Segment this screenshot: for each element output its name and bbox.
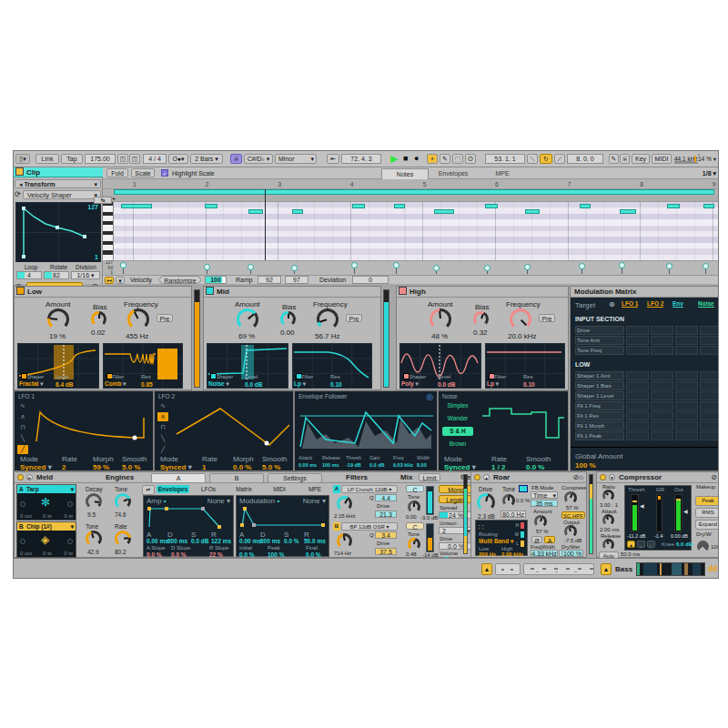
bias-value[interactable]: 0.00 bbox=[280, 329, 295, 337]
fb-ab-button[interactable]: A bbox=[544, 536, 555, 543]
matrix-cell[interactable] bbox=[626, 326, 649, 335]
key-column[interactable] bbox=[103, 202, 114, 260]
gr-value[interactable]: -1.4 bbox=[654, 533, 662, 539]
mod-final-value[interactable]: 0.0 % bbox=[306, 551, 321, 558]
velocity-marker[interactable] bbox=[524, 264, 531, 270]
velocity-marker[interactable] bbox=[393, 262, 399, 268]
play-button[interactable]: ▶ bbox=[390, 153, 398, 165]
window-toggle-button[interactable]: ▯▾ bbox=[15, 154, 30, 164]
filter-a-freq-value[interactable]: 2.15 kHz bbox=[334, 513, 356, 519]
unison-menu[interactable]: 2▾ bbox=[439, 527, 473, 534]
matrix-row-label[interactable]: Shaper 1 Bias bbox=[575, 381, 624, 390]
nudge-up-button[interactable]: ◫ bbox=[129, 154, 140, 164]
velocity-marker[interactable] bbox=[579, 263, 585, 269]
scale-button[interactable]: Scale bbox=[131, 168, 155, 177]
out-value[interactable]: 0.00 dB bbox=[671, 533, 688, 539]
env-field-value[interactable]: 9.03 kHz bbox=[393, 462, 413, 468]
matrix-cell[interactable] bbox=[700, 401, 719, 410]
scale-root-menu[interactable]: C#/D♭ ▾ bbox=[244, 154, 273, 164]
frequency-knob[interactable] bbox=[317, 308, 339, 330]
output-knob[interactable] bbox=[564, 525, 577, 538]
engine-a-mod-dot-left[interactable] bbox=[20, 501, 25, 507]
matrix-source-noise[interactable]: Noise bbox=[698, 300, 714, 308]
rotate-field[interactable]: 82 bbox=[44, 271, 69, 279]
amount-knob[interactable] bbox=[430, 308, 451, 330]
spread-field[interactable]: 24 % bbox=[439, 511, 473, 519]
mix-a-level-slider[interactable] bbox=[426, 486, 434, 515]
lfo-wave-icon-4[interactable]: ╱ bbox=[17, 445, 28, 454]
scale-keyboard-icon[interactable]: ⌸ bbox=[230, 154, 242, 164]
shaper-graph[interactable]: ShaperLevelFractal ▾6.4 dB bbox=[17, 343, 99, 389]
comp-expand-button[interactable]: Expand bbox=[695, 520, 719, 530]
mix-b-tone-value[interactable]: 0.48 bbox=[406, 551, 417, 557]
mix-a-tone-value[interactable]: 0.00 bbox=[406, 514, 417, 520]
velocity-marker[interactable] bbox=[291, 265, 298, 271]
ramp-end-field[interactable]: 97 bbox=[285, 276, 308, 284]
lfo1-morph-value[interactable]: 59 % bbox=[93, 463, 109, 471]
engine-a-st2[interactable]: 0 st bbox=[64, 513, 73, 519]
release-knob[interactable] bbox=[602, 539, 614, 551]
fold-button[interactable]: Fold bbox=[106, 168, 128, 177]
velocity-marker[interactable] bbox=[120, 262, 126, 268]
randomize-amount-field[interactable]: 100 bbox=[205, 276, 227, 284]
matrix-source-env[interactable]: Env bbox=[672, 300, 683, 308]
global-amount-value[interactable]: 100 % bbox=[575, 461, 596, 470]
filter-a-type-menu[interactable]: LP Crunch 12dB ▾ bbox=[341, 485, 398, 493]
cpu-value[interactable]: 14 % ▾ bbox=[698, 156, 716, 163]
engine-a-st1[interactable]: 0 st bbox=[43, 513, 52, 519]
band-header[interactable]: Low bbox=[15, 287, 191, 298]
matrix-header[interactable]: Modulation Matrix bbox=[571, 287, 719, 298]
fb-phase-button[interactable]: Ø bbox=[531, 536, 542, 543]
roar-tone-freq-field[interactable]: 80.0 Hz bbox=[500, 511, 526, 518]
frequency-value[interactable]: 20.0 kHz bbox=[508, 332, 537, 340]
midi-note[interactable] bbox=[620, 209, 636, 214]
matrix-cell[interactable] bbox=[651, 401, 673, 410]
midi-map-button[interactable]: MIDI bbox=[652, 154, 672, 164]
matrix-cell[interactable] bbox=[651, 431, 673, 440]
division-menu[interactable]: 1/16 ▾ bbox=[71, 271, 100, 279]
out-meter[interactable] bbox=[674, 494, 682, 532]
output-value[interactable]: -7.5 dB bbox=[564, 538, 581, 543]
lfo-wave-icon-0[interactable]: ∿ bbox=[157, 401, 168, 410]
engine-b-k1-value[interactable]: 42.9 bbox=[87, 549, 99, 555]
quantize-menu[interactable]: 2 Bars ▾ bbox=[190, 154, 223, 164]
mix-b-tone-knob[interactable] bbox=[408, 538, 420, 551]
matrix-row-label[interactable]: Flt 1 Peak bbox=[575, 431, 624, 440]
matrix-cell[interactable] bbox=[675, 326, 698, 335]
pre-button[interactable]: Pre bbox=[346, 314, 362, 322]
randomize-button[interactable]: Randomize bbox=[159, 276, 201, 284]
shaper-type-menu[interactable]: Poly ▾ bbox=[401, 380, 419, 388]
lfo1-mode-value[interactable]: Synced ▾ bbox=[20, 463, 52, 471]
engine-b-st2[interactable]: 0 st bbox=[64, 551, 73, 556]
band-header[interactable]: High bbox=[397, 287, 568, 298]
clip-chooser-button-1[interactable]: ▲ bbox=[481, 563, 492, 575]
matrix-cell[interactable] bbox=[700, 346, 719, 355]
sc-hpf-button[interactable]: SC HPF bbox=[561, 511, 585, 519]
matrix-cell[interactable] bbox=[675, 346, 698, 355]
matrix-row-label[interactable]: Flt 1 Res bbox=[575, 411, 624, 420]
out-handle-icon[interactable]: ◀ bbox=[683, 508, 688, 514]
lfo2-rate-value[interactable]: 1 bbox=[202, 463, 206, 471]
roar-collapse-icon[interactable]: ▴ bbox=[483, 474, 490, 480]
matrix-row-label[interactable]: Flt 1 Morph bbox=[575, 421, 624, 430]
matrix-cell[interactable] bbox=[626, 401, 649, 410]
matrix-cell[interactable] bbox=[651, 326, 673, 335]
mix-drive-field[interactable]: 0.0 % bbox=[439, 542, 473, 550]
lane-collapse-button[interactable]: ↤ bbox=[105, 277, 114, 284]
noise-type-simplex[interactable]: Simplex bbox=[442, 401, 473, 410]
filter-type-menu[interactable]: Lp ▾ bbox=[294, 380, 306, 388]
matrix-cell[interactable] bbox=[700, 381, 719, 390]
midi-note[interactable] bbox=[205, 204, 217, 208]
listen-icon[interactable]: ◎ bbox=[426, 392, 433, 401]
mix-b-coarse-button[interactable]: C bbox=[406, 522, 424, 530]
deviation-field[interactable]: 0 bbox=[352, 276, 389, 284]
meld-subtab-envelopes[interactable]: Envelopes bbox=[157, 485, 189, 493]
pre-button[interactable]: Pre bbox=[539, 314, 555, 322]
amp-aslope-value[interactable]: 0.0 % bbox=[147, 551, 162, 558]
level-value[interactable]: 0.0 dB bbox=[438, 381, 456, 388]
tab-mpe[interactable]: MPE bbox=[480, 168, 525, 179]
device-expand-icon[interactable]: ▸ bbox=[26, 474, 33, 480]
engine-b-mod-dot-left[interactable] bbox=[20, 539, 25, 544]
lfo2-mode-value[interactable]: Synced ▾ bbox=[160, 463, 192, 471]
meld-subtab-lfos[interactable]: LFOs bbox=[192, 485, 225, 493]
